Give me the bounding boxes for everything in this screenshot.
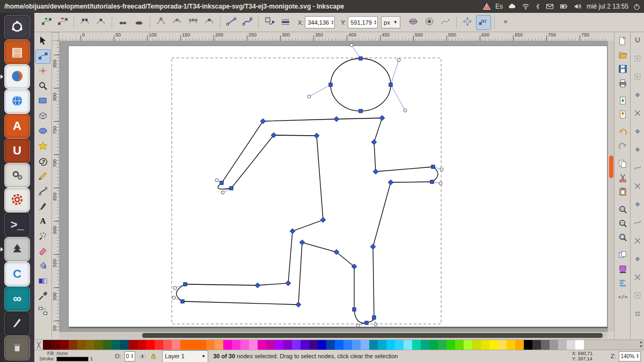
- snap-enabled-button[interactable]: [632, 35, 643, 46]
- spray-tool-button[interactable]: [35, 230, 50, 244]
- volume-icon[interactable]: [573, 2, 582, 11]
- palette-swatch[interactable]: [429, 340, 438, 350]
- insert-node-button[interactable]: [39, 15, 54, 30]
- layer-lock-icon[interactable]: [150, 352, 157, 360]
- control-handle[interactable]: [221, 191, 224, 194]
- launcher-stylus-app[interactable]: [4, 311, 30, 336]
- fill-stroke-indicator[interactable]: Fill: None Stroke: 1: [38, 351, 107, 361]
- palette-swatch[interactable]: [472, 340, 481, 350]
- spiral-tool-button[interactable]: [35, 154, 50, 169]
- snap-bbox-edges-button[interactable]: [632, 72, 643, 83]
- selector-tool-button[interactable]: [35, 34, 50, 49]
- break-node-button[interactable]: [77, 15, 92, 30]
- fill-value[interactable]: None: [56, 351, 68, 356]
- path-node-cusp[interactable]: [379, 115, 385, 121]
- keyboard-indicator[interactable]: Es: [495, 0, 503, 13]
- y-coordinate-spinbox[interactable]: 591,179▲▼: [348, 16, 378, 28]
- path-node-cusp[interactable]: [373, 169, 378, 174]
- palette-swatch[interactable]: [266, 340, 275, 350]
- rectangle-tool-button[interactable]: [35, 94, 50, 109]
- stroke-swatch[interactable]: [56, 357, 89, 361]
- palette-swatch[interactable]: [361, 340, 369, 350]
- control-handle[interactable]: [172, 296, 175, 299]
- bezier-tool-button[interactable]: [35, 184, 50, 199]
- control-handle[interactable]: [350, 43, 353, 47]
- new-document-button[interactable]: [616, 35, 629, 48]
- path-node-cusp[interactable]: [290, 228, 295, 234]
- launcher-web-browser[interactable]: [4, 89, 30, 114]
- palette-swatch[interactable]: [343, 340, 352, 350]
- join-node-button[interactable]: [93, 15, 108, 30]
- wifi-icon[interactable]: [521, 2, 530, 11]
- fill-stroke-dialog-button[interactable]: [616, 263, 629, 276]
- palette-swatch[interactable]: [146, 340, 155, 350]
- path-node-smooth[interactable]: [365, 321, 368, 324]
- show-handles-button[interactable]: [476, 15, 491, 30]
- star-tool-button[interactable]: [35, 139, 50, 154]
- palette-swatch[interactable]: [481, 340, 489, 350]
- snap-rotation-center-button[interactable]: [632, 272, 643, 283]
- palette-swatch[interactable]: [558, 340, 567, 350]
- palette-swatch[interactable]: [249, 340, 258, 350]
- cut-button[interactable]: [616, 172, 629, 185]
- zoom-drawing-button[interactable]: [616, 218, 629, 231]
- palette-swatch-none[interactable]: ╳: [34, 340, 43, 350]
- node-symmetric-button[interactable]: [186, 15, 201, 30]
- vertical-scrollbar[interactable]: [608, 41, 614, 331]
- palette-swatch[interactable]: [326, 340, 335, 350]
- join-segment-button[interactable]: [115, 15, 130, 30]
- palette-swatch[interactable]: [455, 340, 464, 350]
- palette-swatch[interactable]: [447, 340, 455, 350]
- snap-nodes-button[interactable]: [632, 145, 643, 156]
- path-node-smooth[interactable]: [220, 181, 223, 184]
- delete-segment-button[interactable]: [131, 15, 147, 30]
- figure-body-path[interactable]: [177, 118, 438, 323]
- palette-swatch[interactable]: [103, 340, 112, 350]
- path-node-smooth[interactable]: [353, 308, 356, 311]
- palette-swatch[interactable]: [567, 340, 575, 350]
- launcher-ubuntu-software[interactable]: U: [4, 138, 30, 163]
- path-node-smooth[interactable]: [389, 83, 392, 86]
- palette-swatch[interactable]: [197, 340, 206, 350]
- control-handle[interactable]: [374, 323, 377, 326]
- figure-head-path[interactable]: [331, 58, 391, 111]
- delete-node-button[interactable]: [55, 15, 70, 30]
- canvas[interactable]: [59, 41, 608, 331]
- palette-swatch[interactable]: [438, 340, 447, 350]
- zoom-spinbox[interactable]: 140%▲▼: [619, 351, 641, 361]
- palette-swatch[interactable]: [60, 340, 69, 350]
- palette-swatch[interactable]: [223, 340, 232, 350]
- launcher-files[interactable]: ▤: [4, 40, 30, 64]
- control-handle[interactable]: [440, 168, 443, 171]
- palette-swatch[interactable]: [421, 340, 429, 350]
- edit-mask-button[interactable]: [422, 15, 437, 30]
- snap-midpoints-button[interactable]: [632, 236, 643, 247]
- opacity-spinbox[interactable]: 0▲▼: [125, 351, 136, 361]
- launcher-firefox[interactable]: [4, 64, 30, 89]
- control-handle[interactable]: [439, 182, 442, 185]
- ellipse-tool-button[interactable]: [35, 124, 50, 139]
- palette-swatch[interactable]: [172, 340, 180, 350]
- snap-smooth-nodes-button[interactable]: [632, 218, 643, 228]
- control-handle[interactable]: [404, 109, 407, 112]
- eraser-tool-button[interactable]: [35, 245, 50, 259]
- path-node-cusp[interactable]: [286, 280, 291, 286]
- palette-swatch[interactable]: [352, 340, 361, 350]
- path-node-cusp[interactable]: [299, 240, 305, 245]
- palette-swatch[interactable]: [94, 340, 103, 350]
- node-auto-button[interactable]: [202, 15, 217, 30]
- palette-swatch[interactable]: [541, 340, 550, 350]
- control-handle[interactable]: [173, 286, 177, 290]
- control-handle[interactable]: [215, 179, 218, 182]
- palette-swatch[interactable]: [575, 340, 584, 350]
- transform-handles-button[interactable]: [460, 15, 475, 30]
- control-handle[interactable]: [356, 324, 360, 327]
- session-power-icon[interactable]: [633, 3, 641, 11]
- palette-swatch[interactable]: [532, 340, 541, 350]
- palette-swatch[interactable]: [189, 340, 197, 350]
- snap-centers-button[interactable]: [632, 127, 643, 137]
- text-tool-button[interactable]: A: [35, 215, 50, 229]
- path-node-smooth[interactable]: [430, 180, 434, 183]
- edit-clip-button[interactable]: [406, 15, 421, 30]
- horizontal-scrollbar[interactable]: [59, 331, 608, 339]
